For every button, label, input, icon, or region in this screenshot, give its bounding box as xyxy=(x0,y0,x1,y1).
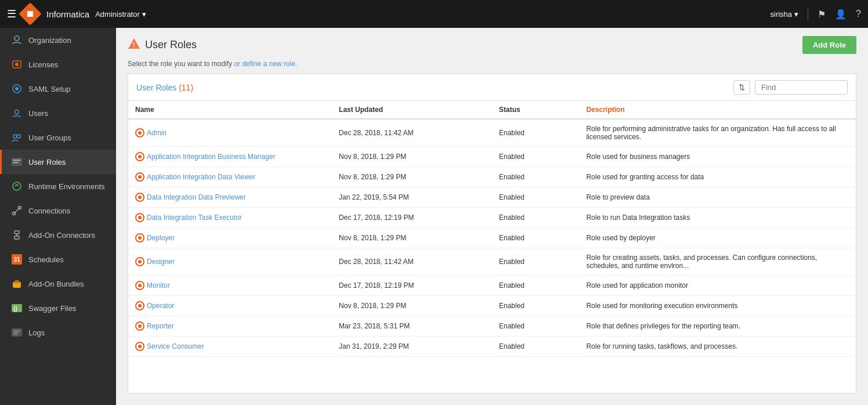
role-icon-1 xyxy=(135,152,144,161)
cell-updated-6: Dec 28, 2018, 11:42 AM xyxy=(332,248,492,276)
main-content: ! User Roles Add Role Select the role yo… xyxy=(116,28,868,405)
role-link-6[interactable]: Designer xyxy=(147,258,175,266)
cell-status-3: Enabled xyxy=(492,187,579,208)
cell-status-10: Enabled xyxy=(492,337,579,357)
table-header: Name Last Updated Status Description xyxy=(128,101,856,120)
flag-icon[interactable]: ⚑ xyxy=(818,9,826,20)
cell-updated-7: Dec 17, 2018, 12:19 PM xyxy=(332,276,492,296)
cell-status-6: Enabled xyxy=(492,248,579,276)
table-body: Admin Dec 28, 2018, 11:42 AM Enabled Rol… xyxy=(128,120,856,357)
sidebar-label-licenses: Licenses xyxy=(28,60,58,69)
cell-updated-4: Dec 17, 2018, 12:19 PM xyxy=(332,208,492,228)
cell-updated-2: Nov 8, 2018, 1:29 PM xyxy=(332,167,492,187)
user-profile-icon[interactable]: 👤 xyxy=(835,9,847,20)
sidebar-item-schedules[interactable]: 31 Schedules xyxy=(0,247,116,272)
page-header: ! User Roles Add Role xyxy=(116,28,868,60)
sidebar-item-organization[interactable]: Organization xyxy=(0,28,116,52)
cell-desc-4: Role to run Data Integration tasks xyxy=(579,208,856,228)
sidebar-item-add-on-connectors[interactable]: Add-On Connectors xyxy=(0,223,116,247)
role-icon-10 xyxy=(135,342,144,351)
cell-status-1: Enabled xyxy=(492,147,579,167)
sidebar-label-runtime-environments: Runtime Environments xyxy=(28,182,105,191)
cell-status-9: Enabled xyxy=(492,316,579,337)
role-link-0[interactable]: Admin xyxy=(147,129,167,137)
chevron-down-icon: ▾ xyxy=(142,10,146,19)
user-groups-icon xyxy=(11,132,23,143)
cell-name-7: Monitor xyxy=(128,276,332,296)
svg-rect-10 xyxy=(13,162,19,163)
help-icon[interactable]: ? xyxy=(856,9,861,19)
connectors-icon xyxy=(11,229,23,241)
table-row: Deployer Nov 8, 2018, 1:29 PM Enabled Ro… xyxy=(128,228,856,248)
cell-desc-0: Role for performing administrative tasks… xyxy=(579,120,856,147)
table-row: Service Consumer Jan 31, 2019, 2:29 PM E… xyxy=(128,337,856,357)
sidebar-item-swagger-files[interactable]: {} Swagger Files xyxy=(0,296,116,320)
svg-point-4 xyxy=(15,87,19,91)
table-row: Operator Nov 8, 2018, 1:29 PM Enabled Ro… xyxy=(128,296,856,316)
sidebar-item-user-groups[interactable]: User Groups xyxy=(0,125,116,150)
role-link-3[interactable]: Data Integration Data Previewer xyxy=(147,193,246,201)
add-role-button[interactable]: Add Role xyxy=(802,36,856,54)
svg-rect-18 xyxy=(15,280,19,283)
svg-text:{}: {} xyxy=(13,306,18,312)
top-nav: ☰ Informatica Administrator ▾ sirisha ▾ … xyxy=(0,0,868,28)
sidebar-item-user-roles[interactable]: User Roles xyxy=(0,150,116,174)
saml-icon xyxy=(11,83,23,95)
role-icon-4 xyxy=(135,213,144,222)
col-header-status: Status xyxy=(492,101,579,119)
username-text: sirisha xyxy=(771,10,793,19)
svg-rect-14 xyxy=(15,231,19,234)
role-link-4[interactable]: Data Integration Task Executor xyxy=(147,214,242,222)
role-link-8[interactable]: Operator xyxy=(147,302,174,310)
role-link-9[interactable]: Reporter xyxy=(147,322,174,330)
logo-diamond xyxy=(19,2,42,26)
hamburger-icon[interactable]: ☰ xyxy=(7,8,16,20)
cell-name-8: Operator xyxy=(128,296,332,316)
col-header-description: Description xyxy=(579,101,856,119)
table-row: Application Integration Data Viewer Nov … xyxy=(128,167,856,187)
table-row: Designer Dec 28, 2018, 11:42 AM Enabled … xyxy=(128,248,856,276)
cell-desc-1: Role used for business managers xyxy=(579,147,856,167)
sidebar-item-licenses[interactable]: Licenses xyxy=(0,52,116,77)
cell-updated-9: Mar 23, 2018, 5:31 PM xyxy=(332,316,492,337)
svg-point-2 xyxy=(15,63,19,66)
table-container: User Roles (11) ⇅ Name Last Updated Stat… xyxy=(128,74,856,393)
page-title-row: ! User Roles xyxy=(128,37,197,53)
cell-updated-5: Nov 8, 2018, 1:29 PM xyxy=(332,228,492,248)
role-link-5[interactable]: Deployer xyxy=(147,234,175,242)
runtime-icon xyxy=(11,180,23,192)
role-icon-7 xyxy=(135,281,144,290)
define-role-link[interactable]: or define a new role. xyxy=(234,60,297,68)
find-input[interactable] xyxy=(755,80,848,95)
table-title-group: User Roles (11) xyxy=(136,83,193,92)
admin-selector[interactable]: Administrator ▾ xyxy=(95,10,146,19)
sidebar-item-connections[interactable]: Connections xyxy=(0,198,116,223)
sidebar-label-connections: Connections xyxy=(28,207,70,215)
cell-desc-7: Role used for application monitor xyxy=(579,276,856,296)
role-link-7[interactable]: Monitor xyxy=(147,281,170,290)
cell-name-4: Data Integration Task Executor xyxy=(128,208,332,228)
cell-updated-1: Nov 8, 2018, 1:29 PM xyxy=(332,147,492,167)
sidebar-item-logs[interactable]: Logs xyxy=(0,320,116,345)
role-icon-9 xyxy=(135,321,144,331)
role-link-10[interactable]: Service Consumer xyxy=(147,342,204,350)
bundles-icon xyxy=(11,278,23,290)
user-name-label[interactable]: sirisha ▾ xyxy=(771,10,799,19)
sidebar-item-saml-setup[interactable]: SAML Setup xyxy=(0,77,116,101)
page-title: User Roles xyxy=(145,39,197,51)
sidebar-item-add-on-bundles[interactable]: Add-On Bundles xyxy=(0,272,116,296)
sidebar-item-runtime-environments[interactable]: Runtime Environments xyxy=(0,174,116,198)
topnav-left: ☰ Informatica Administrator ▾ xyxy=(7,6,771,22)
table-row: Data Integration Data Previewer Jan 22, … xyxy=(128,187,856,208)
topnav-right: sirisha ▾ ⚑ 👤 ? xyxy=(771,7,861,21)
role-link-1[interactable]: Application Integration Business Manager xyxy=(147,153,275,161)
sort-button[interactable]: ⇅ xyxy=(733,80,750,95)
sidebar-label-organization: Organization xyxy=(28,36,71,45)
page-subtitle: Select the role you want to modify or de… xyxy=(116,60,868,74)
svg-text:!: ! xyxy=(133,42,135,48)
sidebar-item-users[interactable]: Users xyxy=(0,101,116,125)
role-link-2[interactable]: Application Integration Data Viewer xyxy=(147,173,255,181)
svg-point-6 xyxy=(13,135,17,138)
table-row: Admin Dec 28, 2018, 11:42 AM Enabled Rol… xyxy=(128,120,856,147)
swagger-icon: {} xyxy=(11,302,23,314)
